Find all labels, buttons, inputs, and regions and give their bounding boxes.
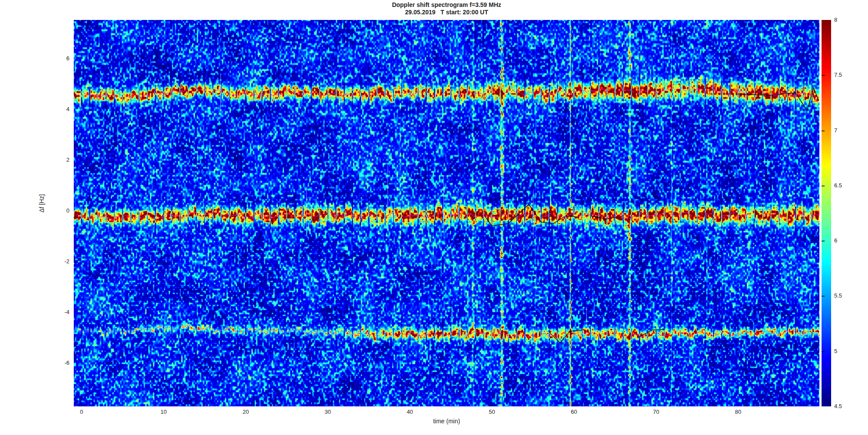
x-tick-label: 50 (479, 409, 505, 415)
colorbar-tick-label: 6 (834, 238, 856, 244)
x-tick-label: 10 (151, 409, 177, 415)
colorbar-tick-label: 5 (834, 348, 856, 354)
x-tick-label: 20 (233, 409, 259, 415)
y-tick-label: 6 (43, 56, 69, 62)
spectrogram-heatmap (74, 20, 819, 406)
x-tick-label: 40 (397, 409, 423, 415)
figure: Doppler shift spectrogram f=3.59 MHz 29.… (0, 0, 868, 435)
x-tick-label: 0 (69, 409, 95, 415)
colorbar-tick-label: 7.5 (834, 72, 856, 78)
y-tick-label: -6 (43, 360, 69, 366)
x-axis-label: time (min) (74, 418, 819, 425)
x-tick-label: 80 (725, 409, 751, 415)
chart-subtitle: 29.05.2019 T start: 20:00 UT (74, 9, 819, 16)
colorbar-tick-label: 4.5 (834, 403, 856, 409)
x-tick-label: 70 (643, 409, 669, 415)
y-tick-label: -4 (43, 309, 69, 315)
x-tick-label: 60 (561, 409, 587, 415)
colorbar-tick-label: 5.5 (834, 293, 856, 299)
y-tick-label: 0 (43, 208, 69, 214)
y-tick-label: 4 (43, 106, 69, 112)
y-tick-label: 2 (43, 157, 69, 163)
y-tick-label: -2 (43, 258, 69, 265)
colorbar-tick-label: 6.5 (834, 183, 856, 189)
x-tick-label: 30 (315, 409, 341, 415)
chart-title: Doppler shift spectrogram f=3.59 MHz (74, 1, 819, 8)
colorbar-tick-label: 7 (834, 128, 856, 134)
colorbar (822, 20, 831, 406)
colorbar-tick-label: 8 (834, 17, 856, 23)
